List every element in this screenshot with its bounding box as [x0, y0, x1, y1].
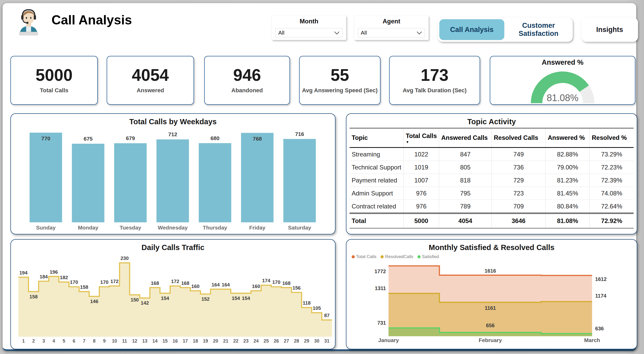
bar-saturday[interactable]	[283, 139, 316, 222]
table-row[interactable]: Payment related100781872981.23%72.39%	[350, 174, 634, 187]
month-filter-label: Month	[272, 18, 346, 25]
chevron-down-icon	[416, 31, 422, 35]
data-label: 174	[262, 278, 271, 283]
data-label: 172	[110, 279, 118, 284]
table-cell: 81.08%	[545, 213, 589, 228]
table-cell: Total	[350, 213, 403, 228]
x-axis-label: 7	[83, 338, 85, 344]
topic-table-card: Topic Activity TopicTotal Calls▼Answered…	[346, 113, 637, 234]
data-label: 164	[211, 282, 220, 287]
x-axis-label: January	[378, 337, 399, 343]
agent-select-value: All	[361, 30, 367, 36]
x-axis-label: 9	[103, 338, 106, 344]
bar-tuesday[interactable]	[114, 143, 147, 222]
table-cell: 1019	[403, 161, 439, 174]
data-label: 172	[171, 279, 179, 284]
table-cell: 976	[403, 200, 439, 213]
table-cell: 723	[492, 187, 545, 200]
table-cell: 82.88%	[545, 148, 589, 161]
x-axis-label: 27	[284, 338, 289, 344]
table-cell: 818	[439, 174, 492, 187]
data-label: 196	[50, 269, 58, 275]
column-header-answered-calls[interactable]: Answered Calls	[439, 128, 492, 148]
data-label: 184	[40, 274, 48, 279]
table-row[interactable]: Streaming102284774982.88%73.29%	[350, 148, 634, 161]
table-row[interactable]: Technical Support101980573679.00%72.23%	[350, 161, 634, 174]
x-axis-label: 10	[112, 338, 117, 344]
column-header-resolved-calls[interactable]: Resolved Calls	[492, 128, 545, 148]
table-cell: Technical Support	[350, 161, 403, 174]
x-axis-label: 8	[93, 338, 95, 344]
x-axis-label: 13	[142, 338, 147, 344]
data-label: 146	[90, 299, 98, 304]
kpi-label: Avg Talk Duration (Sec)	[403, 87, 467, 94]
bar-value-label: 679	[126, 135, 135, 141]
data-label: 1616	[485, 268, 496, 274]
x-axis-label: 23	[243, 338, 249, 344]
column-header-resolved[interactable]: Resolved %	[590, 128, 634, 148]
table-cell: 789	[439, 200, 492, 213]
data-label: 1772	[375, 268, 386, 274]
chevron-down-icon	[334, 31, 340, 35]
bar-sunday[interactable]	[30, 133, 62, 222]
data-label: 170	[70, 279, 78, 285]
bar-value-label: 680	[210, 135, 220, 141]
x-axis-label: 6	[73, 338, 75, 344]
table-cell: 72.64%	[590, 200, 634, 213]
table-cell: 976	[403, 187, 439, 200]
monthly-chart-card: Monthly Satisfied & Resolved Calls Total…	[346, 239, 637, 349]
bar-wednesday[interactable]	[157, 139, 189, 222]
kpi-label: Answered	[137, 87, 164, 94]
daily-area-fill[interactable]	[18, 263, 332, 337]
kpi-card-avg-talk-duration-sec: 173Avg Talk Duration (Sec)	[389, 56, 480, 105]
x-axis-label: 15	[163, 338, 168, 344]
table-row[interactable]: Admin Support97679572381.45%74.08%	[350, 187, 634, 200]
x-axis-label: 5	[63, 338, 65, 344]
data-label: 230	[120, 255, 128, 261]
x-axis-label: 26	[274, 338, 279, 344]
data-label: 156	[292, 285, 300, 291]
agent-select[interactable]: All	[358, 28, 425, 37]
table-row[interactable]: Contract related97678970980.84%72.64%	[350, 200, 634, 213]
kpi-value: 55	[331, 67, 349, 83]
x-axis-label: 14	[152, 338, 158, 344]
bar-friday[interactable]	[241, 133, 274, 222]
x-axis-label: Monday	[78, 225, 99, 231]
answered-percent-gauge: 81.08%	[490, 56, 635, 104]
dashboard-screen: Call Analysis Month All Agent All Call A…	[0, 0, 644, 354]
table-cell: 81.45%	[545, 187, 589, 200]
table-header-row: TopicTotal Calls▼Answered CallsResolved …	[350, 128, 634, 148]
table-cell: 4054	[439, 213, 492, 228]
x-axis-label: 31	[324, 338, 330, 344]
table-cell: 729	[492, 174, 545, 187]
data-label: 656	[486, 323, 495, 328]
table-cell: 72.23%	[590, 161, 634, 174]
x-axis-label: Thursday	[203, 225, 227, 231]
x-axis-label: Wednesday	[158, 225, 188, 231]
column-header-topic[interactable]: Topic	[350, 128, 403, 148]
data-label: 170	[272, 279, 280, 285]
table-total-row: Total50004054364681.08%72.92%	[350, 213, 634, 228]
tab-call-analysis[interactable]: Call Analysis	[439, 19, 504, 40]
x-axis-label: 29	[304, 338, 309, 344]
support-agent-avatar-icon	[14, 8, 44, 35]
table-cell: 73.29%	[590, 148, 634, 161]
bar-value-label: 768	[253, 136, 262, 142]
month-select[interactable]: All	[275, 28, 343, 37]
data-label: 194	[19, 270, 28, 276]
column-header-answered[interactable]: Answered %	[545, 128, 589, 148]
tab-insights[interactable]: Insights	[581, 17, 638, 42]
x-axis-label: 4	[53, 338, 55, 344]
bar-thursday[interactable]	[199, 143, 231, 222]
data-label: 168	[181, 280, 189, 286]
gauge-value: 81.08%	[547, 93, 578, 103]
data-label: 182	[60, 275, 68, 280]
data-label: 1612	[595, 276, 607, 282]
bar-monday[interactable]	[72, 144, 104, 222]
tab-customer-satisfaction[interactable]: Customer Satisfaction	[504, 17, 573, 42]
column-header-total-calls[interactable]: Total Calls▼	[403, 128, 439, 148]
table-cell: 79.00%	[545, 161, 589, 174]
x-axis-label: 2	[32, 338, 35, 344]
data-label: 158	[29, 294, 37, 299]
data-label: 150	[131, 297, 139, 303]
